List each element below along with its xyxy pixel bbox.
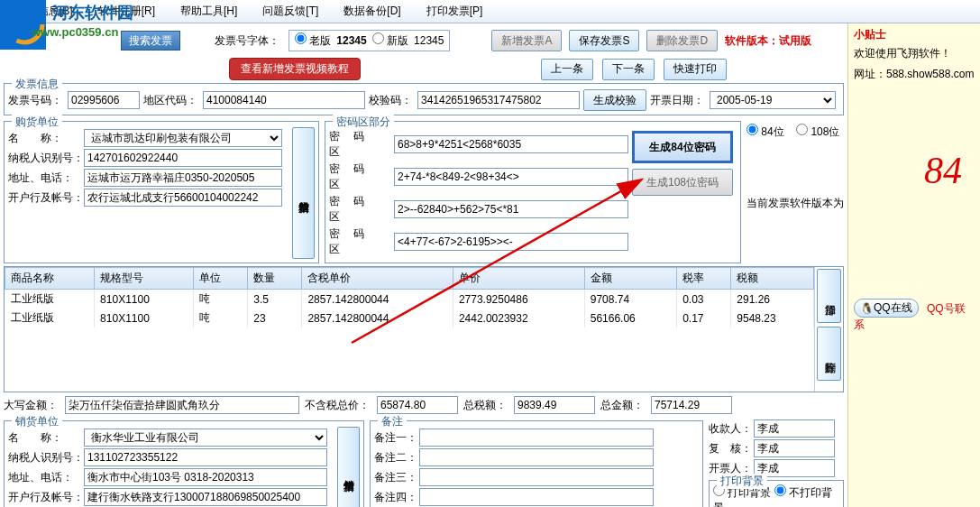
qq-online-badge[interactable]: 🐧QQ在线 bbox=[854, 299, 919, 318]
table-header[interactable]: 含税单价 bbox=[302, 268, 453, 290]
prev-button[interactable]: 上一条 bbox=[541, 59, 593, 80]
tips-panel: 小贴士 欢迎使用飞翔软件！ 网址：588.show588.com 🐧QQ在线 Q… bbox=[847, 23, 980, 507]
version-label: 软件版本：试用版 bbox=[725, 33, 811, 49]
add-seller-button[interactable]: 新增销货单位 bbox=[337, 427, 360, 507]
amount-total-input[interactable] bbox=[651, 396, 732, 414]
table-row[interactable]: 工业纸版810X1100吨3.52857.1428000442773.92504… bbox=[5, 290, 814, 309]
radio-84[interactable]: 84位 bbox=[746, 125, 784, 138]
amount-notax-input[interactable] bbox=[377, 396, 458, 414]
logo-brand: 河东软件园 bbox=[52, 2, 133, 23]
next-button[interactable]: 下一条 bbox=[602, 59, 655, 80]
remark-fieldset: 备注一： 备注二： 备注三： 备注四： bbox=[370, 420, 703, 507]
seller-tax-input[interactable] bbox=[84, 448, 327, 466]
table-header[interactable]: 规格型号 bbox=[95, 268, 194, 290]
table-header[interactable]: 单位 bbox=[194, 268, 248, 290]
menu-print[interactable]: 打印发票[P] bbox=[414, 4, 496, 19]
tutorial-link[interactable]: 查看新增发票视频教程 bbox=[229, 58, 361, 80]
amount-cap-input[interactable] bbox=[65, 396, 299, 414]
table-header[interactable]: 商品名称 bbox=[5, 268, 95, 290]
seller-bank-input[interactable] bbox=[84, 488, 327, 506]
seller-name-select[interactable]: 衡水华业工业有限公司 bbox=[84, 429, 327, 447]
add-row-button[interactable]: 添加行 bbox=[817, 269, 841, 323]
remark-4-input[interactable] bbox=[419, 488, 654, 506]
table-header[interactable]: 税额 bbox=[731, 268, 814, 290]
font-new-radio[interactable]: 新版 bbox=[372, 32, 408, 49]
check-code-input[interactable] bbox=[417, 91, 580, 109]
big-84-label: 84 bbox=[924, 149, 962, 192]
pwd-input-1[interactable] bbox=[394, 135, 628, 153]
cur-ver-label: 当前发票软件版本为 bbox=[746, 196, 844, 211]
remark-2-input[interactable] bbox=[419, 448, 654, 466]
add-invoice-button[interactable]: 新增发票A bbox=[491, 30, 562, 51]
font-label: 发票号字体： bbox=[215, 33, 279, 49]
invoice-date-select[interactable]: 2005-05-19 bbox=[710, 91, 836, 109]
quick-print-button[interactable]: 快速打印 bbox=[664, 59, 727, 80]
buyer-addr-input[interactable] bbox=[84, 169, 282, 187]
items-table-area: 商品名称规格型号单位数量含税单价单价金额税率税额 工业纸版810X1100吨3.… bbox=[4, 266, 844, 392]
seller-fieldset: 名 称：衡水华业工业有限公司 纳税人识别号： 地址、电话： 开户行及帐号： 新增… bbox=[4, 420, 364, 507]
pwd-input-2[interactable] bbox=[394, 168, 628, 186]
pwd-input-3[interactable] bbox=[394, 200, 628, 218]
delete-invoice-button[interactable]: 删除发票D bbox=[646, 30, 718, 51]
save-invoice-button[interactable]: 保存发票S bbox=[569, 30, 639, 51]
gen-check-button[interactable]: 生成校验 bbox=[583, 89, 646, 111]
logo: 河东软件园 www.pc0359.cn bbox=[0, 0, 153, 50]
logo-url: www.pc0359.cn bbox=[32, 25, 118, 39]
del-row-button[interactable]: 删除行 bbox=[817, 327, 841, 381]
font-radio-group: 老版 12345 新版 12345 bbox=[289, 30, 450, 51]
review-input[interactable] bbox=[754, 439, 835, 457]
table-header[interactable]: 税率 bbox=[677, 268, 731, 290]
menu-backup[interactable]: 数据备份[D] bbox=[331, 4, 413, 19]
area-code-input[interactable] bbox=[203, 91, 365, 109]
invoice-number-input[interactable] bbox=[68, 91, 140, 109]
password-fieldset: 密 码 区 密 码 区 密 码 区 密 码 区 生成84位密码 生成108位密码 bbox=[325, 121, 741, 263]
gen-84-button[interactable]: 生成84位密码 bbox=[632, 131, 733, 163]
menu-feedback[interactable]: 问题反馈[T] bbox=[250, 4, 331, 19]
tips-line1: 欢迎使用飞翔软件！ bbox=[854, 46, 975, 61]
table-header[interactable]: 金额 bbox=[584, 268, 676, 290]
print-bg-fieldset: 打印背景 不打印背景 bbox=[709, 480, 844, 507]
buyer-bank-input[interactable] bbox=[84, 189, 282, 207]
font-old-radio[interactable]: 老版 bbox=[295, 32, 331, 49]
buyer-tax-input[interactable] bbox=[84, 149, 282, 167]
remark-3-input[interactable] bbox=[419, 468, 654, 486]
seller-addr-input[interactable] bbox=[84, 468, 327, 486]
qq-icon: 🐧 bbox=[860, 302, 874, 315]
items-table[interactable]: 商品名称规格型号单位数量含税单价单价金额税率税额 工业纸版810X1100吨3.… bbox=[5, 267, 814, 327]
tips-line2: 网址：588.show588.com bbox=[854, 67, 975, 82]
pwd-input-4[interactable] bbox=[394, 233, 628, 251]
tips-title: 小贴士 bbox=[854, 27, 975, 42]
table-header[interactable]: 单价 bbox=[453, 268, 584, 290]
table-row[interactable]: 工业纸版810X1100吨232857.1428000442442.002393… bbox=[5, 309, 814, 327]
remark-1-input[interactable] bbox=[419, 429, 654, 447]
payee-input[interactable] bbox=[754, 419, 835, 438]
buyer-name-select[interactable]: 运城市凯达印刷包装有限公司 bbox=[84, 129, 282, 147]
table-header[interactable]: 数量 bbox=[248, 268, 302, 290]
add-buyer-button[interactable]: 新增购货单位 bbox=[292, 127, 315, 259]
print-bg-radio[interactable]: 打印背景 bbox=[713, 486, 771, 499]
gen-108-button[interactable]: 生成108位密码 bbox=[632, 169, 733, 196]
radio-108[interactable]: 108位 bbox=[796, 125, 839, 138]
menu-help[interactable]: 帮助工具[H] bbox=[168, 4, 250, 19]
amount-taxsum-input[interactable] bbox=[514, 396, 595, 414]
invoice-info-fieldset: 发票号码： 地区代码： 校验码： 生成校验 开票日期： 2005-05-19 bbox=[4, 83, 844, 115]
buyer-fieldset: 名 称：运城市凯达印刷包装有限公司 纳税人识别号： 地址、电话： 开户行及帐号：… bbox=[4, 121, 319, 263]
